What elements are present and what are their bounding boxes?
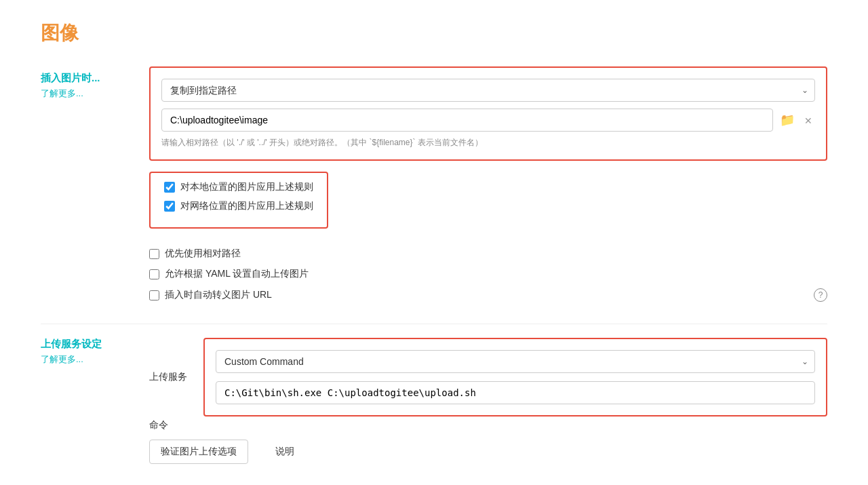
relative-path-checkbox-row: 优先使用相对路径 [149,248,827,260]
command-label: 命令 [149,419,190,431]
bottom-action-row: 验证图片上传选项 说明 [149,440,827,464]
escape-url-checkbox[interactable] [149,290,159,300]
path-input-row: 📁 ✕ [161,109,815,132]
upload-section: 上传服务设定 了解更多... 上传服务 Custom Command PicGo… [41,338,827,464]
insert-learn-more-link[interactable]: 了解更多... [41,88,122,100]
command-label-row: 命令 [149,419,827,431]
local-checkbox-label[interactable]: 对本地位置的图片应用上述规则 [180,181,313,193]
section-divider [41,324,827,324]
checkbox-red-box: 对本地位置的图片应用上述规则 对网络位置的图片应用上述规则 [149,172,328,229]
verify-button[interactable]: 验证图片上传选项 [149,440,248,464]
help-icon[interactable]: ? [814,288,827,302]
close-icon: ✕ [804,115,812,126]
insert-section: 插入图片时... 了解更多... 复制到指定路径 上传到服务器 不处理 ⌄ 📁 [41,66,827,310]
insert-section-content: 复制到指定路径 上传到服务器 不处理 ⌄ 📁 ✕ 请输入相对路径（以 './' … [149,66,827,310]
command-input[interactable] [216,381,815,404]
yaml-label[interactable]: 允许根据 YAML 设置自动上传图片 [165,268,309,280]
folder-icon: 📁 [780,113,795,127]
page-title: 图像 [41,20,827,46]
clear-path-button[interactable]: ✕ [802,111,815,130]
service-label: 上传服务 [149,371,190,383]
upload-service-select[interactable]: Custom Command PicGo-Core (command line)… [216,350,815,373]
shuo-ming-label: 说明 [275,446,294,458]
upload-red-box: Custom Command PicGo-Core (command line)… [203,338,827,416]
upload-label-title: 上传服务设定 [41,338,122,351]
upload-form-content: 上传服务 Custom Command PicGo-Core (command … [149,338,827,464]
copy-mode-select[interactable]: 复制到指定路径 上传到服务器 不处理 [161,79,815,102]
copy-mode-select-wrapper: 复制到指定路径 上传到服务器 不处理 ⌄ [161,79,815,102]
service-row: 上传服务 Custom Command PicGo-Core (command … [149,338,827,416]
escape-url-row: 插入时自动转义图片 URL ? [149,288,827,302]
upload-service-select-wrapper: Custom Command PicGo-Core (command line)… [216,350,815,373]
yaml-checkbox[interactable] [149,269,159,279]
insert-label-title: 插入图片时... [41,72,122,85]
network-checkbox-label[interactable]: 对网络位置的图片应用上述规则 [180,200,313,212]
relative-path-label[interactable]: 优先使用相对路径 [165,248,241,260]
network-checkbox[interactable] [164,201,175,212]
insert-top-red-box: 复制到指定路径 上传到服务器 不处理 ⌄ 📁 ✕ 请输入相对路径（以 './' … [149,66,827,161]
service-select-content: Custom Command PicGo-Core (command line)… [203,338,827,416]
escape-url-label[interactable]: 插入时自动转义图片 URL [165,289,272,301]
path-input[interactable] [161,109,773,132]
folder-icon-button[interactable]: 📁 [777,110,797,130]
relative-path-checkbox[interactable] [149,249,159,259]
insert-section-label: 插入图片时... 了解更多... [41,66,122,310]
yaml-checkbox-row: 允许根据 YAML 设置自动上传图片 [149,268,827,280]
upload-learn-more-link[interactable]: 了解更多... [41,353,122,366]
path-hint: 请输入相对路径（以 './' 或 '../' 开头）或绝对路径。（其中 `${f… [161,137,815,149]
local-checkbox-row: 对本地位置的图片应用上述规则 [164,181,313,193]
local-checkbox[interactable] [164,182,175,193]
upload-section-label: 上传服务设定 了解更多... [41,338,122,464]
network-checkbox-row: 对网络位置的图片应用上述规则 [164,200,313,212]
